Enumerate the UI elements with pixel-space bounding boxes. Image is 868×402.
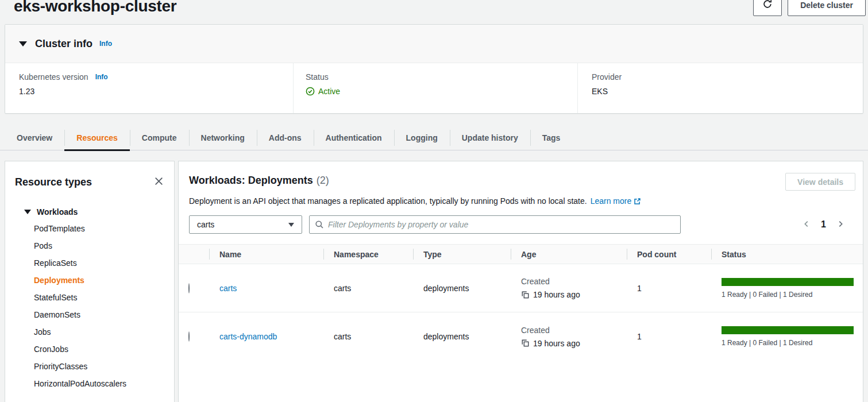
- status-text: 1 Ready | 0 Failed | 1 Desired: [722, 339, 863, 347]
- search-input[interactable]: [328, 220, 675, 229]
- deployments-panel-title: Workloads: Deployments(2): [189, 173, 329, 188]
- tab-add-ons[interactable]: Add-ons: [257, 125, 314, 150]
- close-panel-button[interactable]: [153, 175, 165, 189]
- cluster-info-header[interactable]: Cluster info Info: [5, 25, 863, 63]
- learn-more-link[interactable]: Learn more: [591, 196, 632, 206]
- deployment-name-link[interactable]: carts: [219, 284, 237, 293]
- group-collapse-triangle-icon: [24, 210, 31, 214]
- current-page-number[interactable]: 1: [821, 219, 826, 230]
- deployments-count: (2): [317, 175, 329, 186]
- pod-count-cell: 1: [627, 332, 711, 341]
- cluster-info-info-link[interactable]: Info: [99, 40, 112, 48]
- delete-cluster-button[interactable]: Delete cluster: [788, 0, 866, 16]
- row-radio-button[interactable]: [188, 283, 190, 293]
- deployments-table: Name Namespace Type Age Pod count Status…: [179, 244, 863, 361]
- collapse-triangle-icon: [19, 41, 27, 47]
- age-value-text: 19 hours ago: [533, 339, 580, 348]
- status-cell: 1 Ready | 0 Failed | 1 Desired: [711, 278, 863, 299]
- deployment-name-link[interactable]: carts-dynamodb: [219, 332, 277, 341]
- table-row: carts carts deployments Created 19 hours…: [179, 264, 863, 312]
- row-radio-button[interactable]: [188, 331, 190, 342]
- kubernetes-version-info-link[interactable]: Info: [95, 73, 108, 81]
- sidebar-group-workloads[interactable]: Workloads: [24, 204, 174, 220]
- status-bar: [722, 278, 854, 286]
- column-header-namespace[interactable]: Namespace: [323, 245, 413, 264]
- column-header-age[interactable]: Age: [511, 245, 627, 264]
- previous-page-button[interactable]: [801, 219, 812, 231]
- pagination: 1: [801, 219, 852, 231]
- search-icon: [315, 220, 324, 229]
- sidebar-item-cronjobs[interactable]: CronJobs: [5, 341, 174, 358]
- kubernetes-version-value: 1.23: [19, 87, 293, 96]
- filter-dropdown[interactable]: carts: [189, 215, 302, 234]
- sidebar-item-statefulsets[interactable]: StatefulSets: [5, 289, 174, 306]
- sidebar-item-jobs[interactable]: Jobs: [5, 323, 174, 341]
- tab-bar: Overview Resources Compute Networking Ad…: [0, 125, 868, 150]
- namespace-cell: carts: [323, 332, 413, 341]
- sidebar-item-deployments[interactable]: Deployments: [5, 272, 174, 289]
- sidebar-item-pods[interactable]: Pods: [5, 237, 174, 254]
- column-header-status[interactable]: Status: [711, 245, 863, 264]
- age-created-label: Created: [521, 326, 627, 335]
- tab-overview[interactable]: Overview: [5, 125, 64, 150]
- sidebar-item-podtemplates[interactable]: PodTemplates: [5, 220, 174, 237]
- deployments-title-text: Workloads: Deployments: [189, 175, 313, 186]
- description-text: Deployment is an API object that manages…: [189, 196, 587, 206]
- status-label: Status: [306, 72, 329, 82]
- refresh-icon: [762, 0, 773, 11]
- sidebar-item-priorityclasses[interactable]: PriorityClasses: [5, 358, 174, 375]
- namespace-cell: carts: [323, 284, 413, 293]
- sidebar-group-label: Workloads: [37, 207, 78, 217]
- column-header-name[interactable]: Name: [209, 245, 323, 264]
- header-actions: Delete cluster: [753, 0, 866, 16]
- cluster-info-title: Cluster info: [35, 38, 92, 50]
- chevron-right-icon: [836, 220, 844, 230]
- tab-update-history[interactable]: Update history: [450, 125, 530, 150]
- table-row: carts-dynamodb carts deployments Created…: [179, 312, 863, 361]
- age-cell: Created 19 hours ago: [511, 277, 627, 299]
- chevron-down-icon: [288, 223, 294, 227]
- cluster-info-body: Kubernetes version Info 1.23 Status Acti…: [5, 63, 863, 113]
- check-circle-icon: [306, 87, 315, 96]
- age-created-label: Created: [521, 277, 627, 286]
- next-page-button[interactable]: [835, 219, 846, 231]
- tab-networking[interactable]: Networking: [189, 125, 257, 150]
- tab-resources[interactable]: Resources: [64, 125, 130, 150]
- resource-types-panel: Resource types Workloads PodTemplates Po…: [5, 161, 175, 402]
- type-cell: deployments: [413, 284, 511, 293]
- search-box: [309, 215, 681, 234]
- age-cell: Created 19 hours ago: [511, 326, 627, 348]
- provider-field: Provider EKS: [578, 63, 863, 113]
- resource-types-title: Resource types: [15, 176, 92, 188]
- copy-icon[interactable]: [521, 291, 530, 299]
- column-header-pod-count[interactable]: Pod count: [627, 245, 711, 264]
- cluster-info-card: Cluster info Info Kubernetes version Inf…: [5, 24, 863, 114]
- sidebar-item-replicasets[interactable]: ReplicaSets: [5, 254, 174, 272]
- tab-tags[interactable]: Tags: [530, 125, 573, 150]
- provider-value: EKS: [592, 87, 863, 96]
- sidebar-item-daemonsets[interactable]: DaemonSets: [5, 306, 174, 323]
- status-value: Active: [318, 87, 340, 96]
- page-title: eks-workshop-cluster: [14, 0, 176, 16]
- age-value-text: 19 hours ago: [533, 290, 580, 299]
- status-cell: 1 Ready | 0 Failed | 1 Desired: [711, 326, 863, 347]
- sidebar-item-horizontalpodautoscalers[interactable]: HorizontalPodAutoscalers: [5, 375, 174, 392]
- column-header-type[interactable]: Type: [413, 245, 511, 264]
- external-link-icon: [634, 196, 641, 208]
- type-cell: deployments: [413, 332, 511, 341]
- tab-authentication[interactable]: Authentication: [314, 125, 394, 150]
- view-details-button[interactable]: View details: [785, 173, 855, 191]
- tab-compute[interactable]: Compute: [130, 125, 189, 150]
- deployments-panel: Workloads: Deployments(2) View details D…: [178, 161, 863, 402]
- kubernetes-version-field: Kubernetes version Info 1.23: [5, 63, 294, 113]
- provider-label: Provider: [592, 72, 622, 82]
- copy-icon[interactable]: [521, 339, 530, 347]
- deployments-description: Deployment is an API object that manages…: [189, 195, 863, 208]
- status-field: Status Active: [294, 63, 578, 113]
- tab-logging[interactable]: Logging: [394, 125, 450, 150]
- refresh-button[interactable]: [753, 0, 782, 16]
- pod-count-cell: 1: [627, 284, 711, 293]
- table-header-row: Name Namespace Type Age Pod count Status: [179, 244, 863, 264]
- selection-column-header: [179, 245, 209, 264]
- close-icon: [154, 176, 164, 188]
